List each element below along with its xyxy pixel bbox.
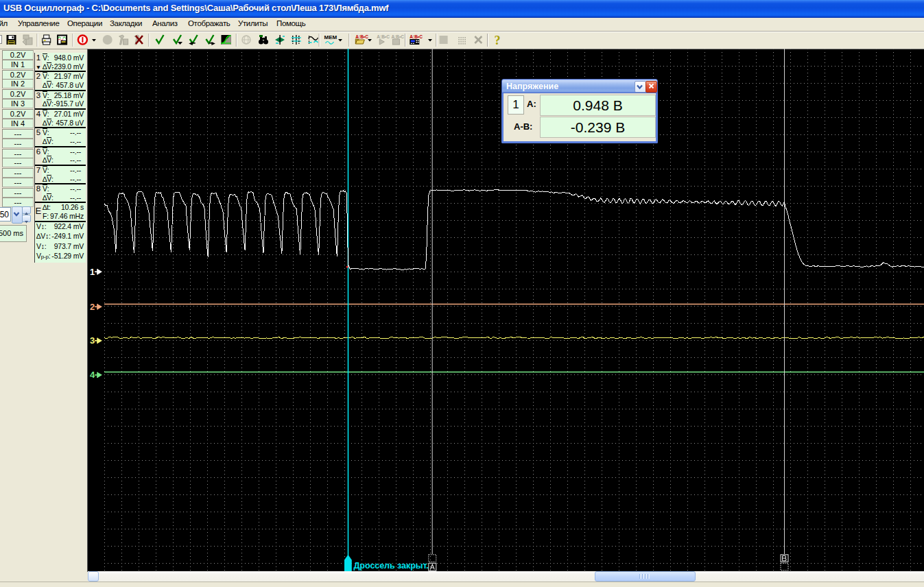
svg-text:A:B•C: A:B•C — [410, 34, 423, 39]
svg-text:2: 2 — [90, 302, 95, 312]
svg-text:3: 3 — [90, 335, 95, 346]
svg-text:A:B•C: A:B•C — [391, 34, 404, 39]
svg-text:Дроссель закрыт.: Дроссель закрыт. — [354, 561, 429, 571]
svg-text:A:B•C: A:B•C — [377, 34, 390, 39]
svg-text:MEM: MEM — [324, 34, 337, 40]
svg-text:4: 4 — [90, 370, 95, 380]
svg-text:A:B•C: A:B•C — [355, 34, 368, 39]
svg-text:?: ? — [495, 34, 501, 47]
svg-text:1: 1 — [90, 267, 95, 277]
